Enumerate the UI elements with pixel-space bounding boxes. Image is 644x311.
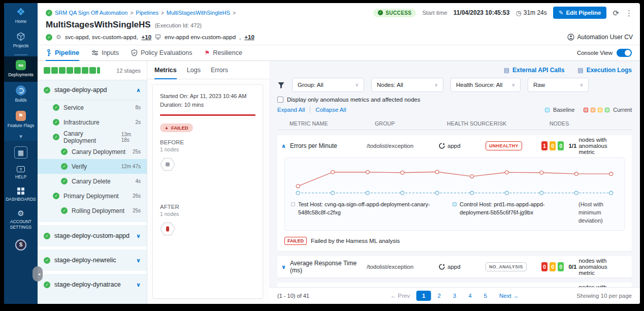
step-service[interactable]: ✓ Service 8s bbox=[38, 100, 147, 115]
current-user-name: Automation User CV bbox=[577, 34, 633, 41]
anomalous-only-checkbox[interactable] bbox=[277, 97, 283, 103]
chevron-down-icon[interactable]: ∨ bbox=[281, 264, 286, 270]
step-verify[interactable]: ✓ Verify 12m 47s bbox=[38, 159, 147, 174]
step-canary-deployment-sub[interactable]: ✓ Canary Deployment 25s bbox=[38, 144, 147, 159]
sidebar-item-deployments[interactable]: ∞ Deployments bbox=[4, 56, 38, 82]
edit-pipeline-button[interactable]: ✎ Edit Pipeline bbox=[553, 7, 607, 19]
kebab-menu-button[interactable]: ⋮ bbox=[625, 9, 633, 17]
tab-inputs[interactable]: Inputs bbox=[91, 45, 119, 60]
stage-group-deploy-newrelic[interactable]: ✓ stage-deploy-newrelic ∨ bbox=[38, 250, 147, 271]
group-filter-value: Group: All bbox=[298, 82, 324, 88]
breadcrumb-separator: > bbox=[233, 10, 236, 16]
group-filter-dropdown[interactable]: Group: All ∨ bbox=[292, 78, 364, 92]
sidebar-item-label: ACCOUNT SETTINGS bbox=[8, 219, 34, 230]
collapse-all-link[interactable]: Collapse All bbox=[315, 107, 346, 113]
metric-line-chart[interactable] bbox=[291, 162, 618, 199]
baseline-swatch bbox=[545, 108, 550, 112]
home-icon: ❖ bbox=[16, 7, 25, 17]
sidebar-item-builds[interactable]: Builds bbox=[4, 82, 38, 107]
success-check-icon: ✓ bbox=[378, 10, 383, 15]
environments-more-link[interactable]: +10 bbox=[244, 34, 254, 40]
node-count-red: 0 bbox=[541, 262, 548, 271]
page-button-3[interactable]: 3 bbox=[447, 291, 462, 301]
chevron-up-icon[interactable]: ∧ bbox=[281, 143, 286, 149]
failed-chip-label: FAILED bbox=[171, 125, 188, 131]
sidebar-item-account-settings[interactable]: ⚙ ACCOUNT SETTINGS bbox=[4, 206, 38, 234]
nodes-fraction: 1/1 bbox=[568, 143, 576, 149]
step-rolling-deployment[interactable]: ✓ Rolling Deployment 25s bbox=[38, 203, 147, 218]
breadcrumb-link-pipelines[interactable]: Pipelines bbox=[136, 10, 158, 16]
tab-policy-evaluations[interactable]: Policy Evaluations bbox=[131, 45, 192, 60]
chevron-down-icon[interactable]: ∨ bbox=[136, 257, 141, 264]
tab-resilience[interactable]: ⚑ Resilience bbox=[204, 45, 242, 60]
tab-resilience-label: Resilience bbox=[213, 49, 242, 56]
step-canary-deployment[interactable]: ✓ Canary Deployment 13m 18s bbox=[38, 130, 147, 144]
module-picker[interactable]: ▦ bbox=[4, 143, 38, 163]
tab-errors[interactable]: Errors bbox=[211, 61, 228, 79]
breadcrumb-separator: > bbox=[161, 10, 164, 16]
sidebar-item-feature-flags[interactable]: ⚑ Feature Flags bbox=[4, 107, 38, 133]
breadcrumb-link-project[interactable]: SRM QA Sign Off Automation bbox=[55, 10, 127, 16]
panel-collapse-handle[interactable]: ◄ bbox=[33, 266, 43, 282]
edit-pipeline-label: Edit Pipeline bbox=[566, 10, 601, 16]
sidebar-item-projects[interactable]: Projects bbox=[4, 28, 38, 53]
view-mode-dropdown[interactable]: Raw ∨ bbox=[528, 78, 589, 92]
external-api-calls-label: External API Calls bbox=[512, 67, 564, 74]
next-page-button[interactable]: Next → bbox=[494, 291, 524, 301]
stage-group-deploy-appd[interactable]: ✓ stage-deploy-appd ∧ bbox=[38, 80, 147, 100]
unhealthy-node-dot bbox=[166, 227, 169, 232]
user-avatar[interactable]: S bbox=[15, 239, 26, 251]
content-area: 12 stages ✓ stage-deploy-appd ∧ ✓ Servic… bbox=[38, 61, 640, 304]
node-count-amber: 0 bbox=[550, 262, 556, 271]
prev-page-button[interactable]: ← Prev bbox=[385, 291, 415, 301]
tab-logs[interactable]: Logs bbox=[187, 61, 201, 79]
after-node-hexagon[interactable] bbox=[160, 222, 255, 236]
warning-triangle-icon: ▲ bbox=[165, 126, 169, 130]
chevron-down-icon[interactable]: ∨ bbox=[136, 233, 141, 239]
page-button-1[interactable]: 1 bbox=[416, 291, 431, 301]
refresh-button[interactable]: ⟳ bbox=[613, 9, 619, 17]
step-label: Canary Delete bbox=[72, 178, 111, 185]
nav-more-caret-icon[interactable]: ▾ bbox=[19, 132, 22, 141]
control-host-checkbox[interactable] bbox=[453, 202, 457, 206]
chevron-up-icon[interactable]: ∧ bbox=[136, 87, 141, 94]
tab-pipeline[interactable]: Pipeline bbox=[46, 45, 79, 60]
sidebar-item-help[interactable]: ? HELP bbox=[4, 163, 38, 184]
step-primary-deployment[interactable]: ✓ Primary Deployment 26s bbox=[38, 189, 147, 203]
stage-group-deploy-custom-appd[interactable]: ✓ stage-deploy-custom-appd ∨ bbox=[38, 225, 147, 246]
metric-row[interactable]: ∨ Average Response Time (ms) /todolist/e… bbox=[277, 256, 632, 277]
services-more-link[interactable]: +10 bbox=[142, 34, 152, 40]
tab-metrics[interactable]: Metrics bbox=[154, 61, 177, 79]
step-infrastructure[interactable]: ✓ Infrastructure 2s bbox=[38, 115, 147, 130]
console-view-label: Console View bbox=[577, 50, 613, 56]
expand-all-link[interactable]: Expand All bbox=[277, 107, 305, 113]
nodes-filter-dropdown[interactable]: Nodes: All ∨ bbox=[371, 78, 443, 92]
console-view-toggle[interactable] bbox=[617, 49, 632, 57]
stage-success-icon: ✓ bbox=[44, 282, 50, 288]
page-button-2[interactable]: 2 bbox=[432, 291, 446, 301]
page-button-4[interactable]: 4 bbox=[463, 291, 477, 301]
projects-icon bbox=[16, 32, 25, 41]
external-api-calls-link[interactable]: ▤ External API Calls bbox=[504, 67, 565, 74]
test-host-checkbox[interactable] bbox=[291, 202, 295, 206]
sidebar-item-label: Feature Flags bbox=[8, 123, 34, 129]
pagination-bar: (1 - 10) of 41 ← Prev 1 2 3 4 5 Next → S… bbox=[269, 287, 640, 304]
chevron-down-icon[interactable]: ∨ bbox=[136, 282, 141, 288]
step-canary-delete[interactable]: ✓ Canary Delete 4s bbox=[38, 174, 147, 189]
stage-group-deploy-dynatrace[interactable]: ✓ stage-deploy-dynatrace ∨ bbox=[38, 274, 147, 295]
sidebar-item-dashboards[interactable]: DASHBOARDS bbox=[4, 184, 38, 206]
page-button-5[interactable]: 5 bbox=[478, 291, 493, 301]
filter-funnel-icon[interactable] bbox=[277, 81, 285, 89]
health-source-filter-dropdown[interactable]: Health Source: All ∨ bbox=[450, 78, 521, 92]
stage-group-name: stage-deploy-dynatrace bbox=[54, 281, 132, 288]
module-grid-icon: ▦ bbox=[14, 146, 27, 159]
before-node-hexagon[interactable] bbox=[160, 158, 255, 171]
metric-name: Errors per Minute bbox=[290, 142, 337, 149]
metric-row[interactable]: ∧ Errors per Minute /todolist/exception … bbox=[277, 135, 632, 157]
execution-logs-link[interactable]: ▤ Execution Logs bbox=[577, 67, 632, 74]
left-nav-lower: ▦ ? HELP DASHBOARDS ⚙ ACCOUNT SETTINGS S bbox=[4, 141, 38, 304]
stage-count: 12 stages bbox=[116, 68, 141, 74]
step-label: Service bbox=[63, 104, 84, 111]
breadcrumb-link-pipeline-name[interactable]: MultiStagesWithSingleHS bbox=[167, 10, 230, 16]
sidebar-item-home[interactable]: ❖ Home bbox=[4, 3, 38, 28]
